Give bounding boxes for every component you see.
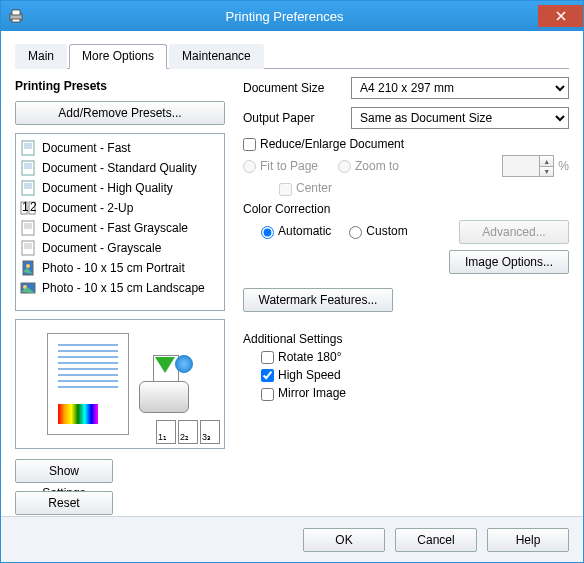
- tab-main[interactable]: Main: [15, 44, 67, 69]
- tab-strip: Main More Options Maintenance: [15, 43, 569, 69]
- color-correction-header: Color Correction: [243, 202, 569, 216]
- reset-defaults-button[interactable]: Reset Defaults: [15, 491, 113, 515]
- green-arrow-icon: [155, 357, 175, 373]
- output-paper-label: Output Paper: [243, 111, 343, 125]
- tab-maintenance[interactable]: Maintenance: [169, 44, 264, 69]
- photo-portrait-icon: [20, 260, 36, 276]
- custom-label: Custom: [366, 224, 407, 238]
- printer-app-icon: [1, 8, 31, 24]
- svg-rect-1: [12, 10, 20, 15]
- show-settings-button[interactable]: Show Settings: [15, 459, 113, 483]
- preset-label: Photo - 10 x 15 cm Landscape: [42, 281, 205, 295]
- percent-label: %: [558, 159, 569, 173]
- custom-radio[interactable]: Custom: [349, 224, 407, 238]
- chevron-up-icon: ▲: [539, 156, 553, 167]
- document-icon: [20, 180, 36, 196]
- rotate-180-label: Rotate 180°: [278, 350, 342, 364]
- high-speed-label: High Speed: [278, 368, 341, 382]
- window-title: Printing Preferences: [31, 9, 538, 24]
- zoom-to-label: Zoom to: [355, 159, 399, 173]
- document-size-select[interactable]: A4 210 x 297 mm: [351, 77, 569, 99]
- close-button[interactable]: [538, 5, 583, 27]
- body: Printing Presets Add/Remove Presets... D…: [15, 77, 569, 515]
- preview-box: 1₁ 2₂ 3₃: [15, 319, 225, 449]
- mirror-image-checkbox[interactable]: Mirror Image: [261, 386, 346, 400]
- preset-item[interactable]: Document - Fast Grayscale: [18, 218, 222, 238]
- document-gray-icon: [20, 220, 36, 236]
- center-label: Center: [296, 181, 332, 195]
- fit-to-page-radio: Fit to Page: [243, 159, 318, 173]
- close-icon: [556, 11, 566, 21]
- presets-header: Printing Presets: [15, 79, 225, 93]
- cancel-button[interactable]: Cancel: [395, 528, 477, 552]
- preset-item[interactable]: Document - Standard Quality: [18, 158, 222, 178]
- left-column: Printing Presets Add/Remove Presets... D…: [15, 77, 225, 515]
- add-remove-presets-button[interactable]: Add/Remove Presets...: [15, 101, 225, 125]
- reduce-enlarge-label: Reduce/Enlarge Document: [260, 137, 404, 151]
- two-up-icon: 12: [20, 200, 36, 216]
- svg-text:1: 1: [22, 201, 29, 214]
- preset-item[interactable]: Document - Fast: [18, 138, 222, 158]
- preset-item[interactable]: Document - Grayscale: [18, 238, 222, 258]
- preset-label: Document - Grayscale: [42, 241, 161, 255]
- svg-text:2: 2: [30, 201, 36, 214]
- chevron-down-icon: ▼: [539, 167, 553, 177]
- preset-item[interactable]: Photo - 10 x 15 cm Portrait: [18, 258, 222, 278]
- preset-label: Document - Standard Quality: [42, 161, 197, 175]
- right-column: Document Size A4 210 x 297 mm Output Pap…: [243, 77, 569, 515]
- preset-label: Document - Fast: [42, 141, 131, 155]
- mini-page: 1₁: [156, 420, 176, 444]
- sync-badge-icon: [175, 355, 193, 373]
- watermark-features-button[interactable]: Watermark Features...: [243, 288, 393, 312]
- svg-point-13: [26, 264, 30, 268]
- preset-label: Document - Fast Grayscale: [42, 221, 188, 235]
- high-speed-checkbox[interactable]: High Speed: [261, 368, 341, 382]
- preset-list: Document - Fast Document - Standard Qual…: [15, 133, 225, 311]
- zoom-percent-stepper: ▲▼: [502, 155, 554, 177]
- zoom-to-radio: Zoom to: [338, 159, 399, 173]
- ok-button[interactable]: OK: [303, 528, 385, 552]
- svg-rect-2: [12, 19, 20, 22]
- window: Printing Preferences Main More Options M…: [0, 0, 584, 563]
- preset-item[interactable]: 12Document - 2-Up: [18, 198, 222, 218]
- rotate-180-checkbox[interactable]: Rotate 180°: [261, 350, 342, 364]
- titlebar: Printing Preferences: [1, 1, 583, 31]
- center-checkbox: Center: [279, 181, 332, 195]
- automatic-label: Automatic: [278, 224, 331, 238]
- dialog-button-bar: OK Cancel Help: [1, 516, 583, 562]
- printer-illustration-icon: [135, 355, 193, 413]
- preset-label: Document - 2-Up: [42, 201, 133, 215]
- page-preview-icon: [47, 333, 129, 435]
- preset-label: Document - High Quality: [42, 181, 173, 195]
- additional-settings-header: Additional Settings: [243, 332, 569, 346]
- tab-more-options[interactable]: More Options: [69, 44, 167, 69]
- output-paper-select[interactable]: Same as Document Size: [351, 107, 569, 129]
- document-size-label: Document Size: [243, 81, 343, 95]
- preset-item[interactable]: Photo - 10 x 15 cm Landscape: [18, 278, 222, 298]
- mini-page: 3₃: [200, 420, 220, 444]
- document-icon: [20, 140, 36, 156]
- advanced-button: Advanced...: [459, 220, 569, 244]
- content-area: Main More Options Maintenance Printing P…: [1, 31, 583, 525]
- fit-to-page-label: Fit to Page: [260, 159, 318, 173]
- document-gray-icon: [20, 240, 36, 256]
- mini-page: 2₂: [178, 420, 198, 444]
- preset-item[interactable]: Document - High Quality: [18, 178, 222, 198]
- automatic-radio[interactable]: Automatic: [261, 224, 331, 238]
- preset-label: Photo - 10 x 15 cm Portrait: [42, 261, 185, 275]
- image-options-button[interactable]: Image Options...: [449, 250, 569, 274]
- mirror-image-label: Mirror Image: [278, 386, 346, 400]
- document-icon: [20, 160, 36, 176]
- mini-pages-icon: 1₁ 2₂ 3₃: [156, 420, 220, 444]
- help-button[interactable]: Help: [487, 528, 569, 552]
- photo-landscape-icon: [20, 280, 36, 296]
- reduce-enlarge-checkbox[interactable]: Reduce/Enlarge Document: [243, 137, 404, 151]
